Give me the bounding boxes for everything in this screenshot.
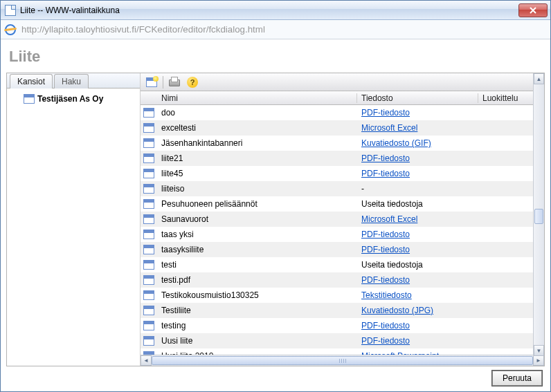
row-icon [141, 336, 157, 346]
file-link[interactable]: Kuvatiedosto (JPG) [361, 306, 433, 315]
table-row[interactable]: Uusi liite 2010Microsoft Powerpoint [141, 348, 544, 355]
tree-root-label: Testijäsen As Oy [37, 94, 103, 104]
table-row[interactable]: Testikokousmuistio130325Tekstitiedosto [141, 288, 544, 303]
help-button[interactable] [186, 75, 199, 89]
help-icon [187, 77, 198, 88]
col-header-name[interactable]: Nimi [157, 93, 357, 103]
card-icon [143, 184, 154, 194]
table-row[interactable]: testingPDF-tiedosto [141, 318, 544, 333]
card-icon [143, 260, 154, 270]
col-header-file[interactable]: Tiedosto [357, 93, 478, 103]
table-row[interactable]: TestiliiteKuvatiedosto (JPG) [141, 303, 544, 318]
card-icon [143, 306, 154, 315]
card-icon [143, 108, 154, 118]
file-link[interactable]: PDF-tiedosto [361, 108, 410, 118]
table-row[interactable]: exceltestiMicrosoft Excel [141, 120, 544, 136]
cell-file: PDF-tiedosto [357, 153, 478, 163]
table-row[interactable]: liite45PDF-tiedosto [141, 166, 544, 181]
row-icon [141, 138, 157, 148]
scroll-down-button[interactable]: ▼ [534, 345, 544, 356]
row-icon [141, 321, 157, 330]
sidebar: Kansiot Haku Testijäsen As Oy [7, 73, 141, 366]
card-icon [143, 336, 154, 346]
vscroll-thumb[interactable] [534, 209, 543, 224]
main-panel: Kansiot Haku Testijäsen As Oy [6, 73, 545, 366]
cell-name: liiteiso [157, 184, 357, 194]
file-link[interactable]: PDF-tiedosto [361, 275, 410, 285]
hscroll-thumb[interactable] [152, 356, 533, 365]
card-icon [143, 153, 154, 163]
card-icon [143, 245, 154, 254]
cell-name: testing [157, 321, 357, 330]
scroll-right-button[interactable]: ► [533, 355, 544, 366]
cell-name: testi [157, 260, 357, 270]
table-row[interactable]: Uusi liitePDF-tiedosto [141, 333, 544, 348]
new-item-button[interactable] [145, 75, 159, 89]
table-row[interactable]: taasyksiliitePDF-tiedosto [141, 242, 544, 257]
titlebar[interactable]: Liite -- WWW-valintaikkuna [1, 1, 550, 20]
table-row[interactable]: taas yksiPDF-tiedosto [141, 227, 544, 242]
file-link[interactable]: PDF-tiedosto [361, 169, 410, 178]
table-row[interactable]: testiUseita tiedostoja [141, 257, 544, 272]
table-row[interactable]: SaunavuorotMicrosoft Excel [141, 212, 544, 227]
address-input[interactable] [20, 22, 546, 37]
vertical-scrollbar[interactable]: ▲ ▼ [533, 73, 544, 356]
page-title: Liite [6, 45, 545, 73]
table-row[interactable]: liite21PDF-tiedosto [141, 151, 544, 166]
file-link[interactable]: Microsoft Excel [361, 214, 417, 224]
tree-root[interactable]: Testijäsen As Oy [11, 94, 136, 104]
print-button[interactable] [168, 75, 181, 89]
table-row[interactable]: testi.pdfPDF-tiedosto [141, 272, 544, 288]
cell-file: Microsoft Excel [357, 123, 478, 133]
file-link[interactable]: PDF-tiedosto [361, 230, 410, 239]
card-icon [143, 123, 154, 133]
table-row[interactable]: dooPDF-tiedosto [141, 105, 544, 120]
card-icon [143, 230, 154, 239]
file-link[interactable]: PDF-tiedosto [361, 153, 410, 163]
card-icon [143, 138, 154, 148]
cell-file: PDF-tiedosto [357, 108, 478, 118]
file-link[interactable]: Microsoft Excel [361, 123, 417, 133]
sidebar-tabs: Kansiot Haku [7, 73, 140, 88]
cell-name: testi.pdf [157, 275, 357, 285]
cell-file: Kuvatiedosto (GIF) [357, 138, 478, 148]
row-icon [141, 260, 157, 270]
cell-file: Tekstitiedosto [357, 290, 478, 300]
row-icon [141, 306, 157, 315]
scroll-left-button[interactable]: ◄ [141, 355, 152, 366]
hscroll-track[interactable] [152, 355, 533, 366]
toolbar-separator [163, 76, 163, 88]
new-item-icon [146, 77, 157, 87]
dialog-footer: Peruuta [6, 366, 545, 386]
cell-file: Useita tiedostoja [357, 199, 478, 209]
table-row[interactable]: Pesuhuoneen pelisäännötUseita tiedostoja [141, 196, 544, 212]
card-icon [143, 290, 154, 300]
row-icon [141, 245, 157, 254]
scroll-up-button[interactable]: ▲ [534, 73, 544, 84]
file-link[interactable]: Kuvatiedosto (GIF) [361, 138, 431, 148]
content-area: Liite Kansiot Haku Testijäsen As Oy [1, 39, 550, 391]
window-title: Liite -- WWW-valintaikkuna [20, 6, 518, 15]
file-link[interactable]: PDF-tiedosto [361, 245, 410, 254]
cell-file: PDF-tiedosto [357, 245, 478, 254]
row-icon [141, 199, 157, 209]
close-button[interactable] [518, 3, 548, 17]
table-row[interactable]: liiteiso- [141, 181, 544, 196]
row-icon [141, 275, 157, 285]
horizontal-scrollbar[interactable]: ◄ ► [141, 355, 544, 366]
cell-name: Jäsenhankintabanneri [157, 138, 357, 148]
tab-folders[interactable]: Kansiot [10, 74, 53, 88]
file-link[interactable]: PDF-tiedosto [361, 321, 410, 330]
cell-file: Microsoft Excel [357, 214, 478, 224]
row-icon [141, 153, 157, 163]
cancel-button[interactable]: Peruuta [492, 371, 542, 386]
cell-file: - [357, 184, 478, 194]
file-link[interactable]: PDF-tiedosto [361, 336, 410, 346]
cell-file: PDF-tiedosto [357, 169, 478, 178]
tab-search[interactable]: Haku [54, 74, 89, 88]
cell-name: taasyksiliite [157, 245, 357, 254]
file-link[interactable]: Tekstitiedosto [361, 290, 412, 300]
table-header: Nimi Tiedosto Luokittelu [141, 91, 544, 105]
cell-file: Kuvatiedosto (JPG) [357, 306, 478, 315]
table-row[interactable]: JäsenhankintabanneriKuvatiedosto (GIF) [141, 136, 544, 151]
